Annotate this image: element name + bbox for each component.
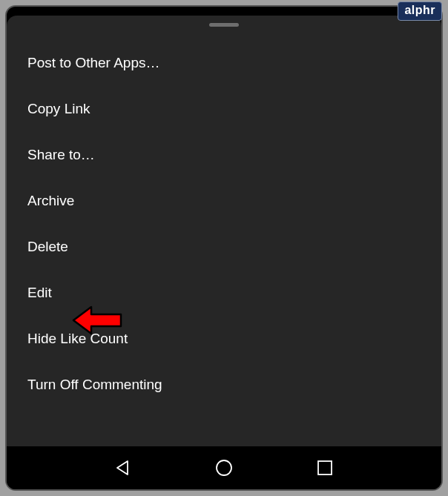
menu-item-turn-off-commenting[interactable]: Turn Off Commenting — [7, 362, 441, 408]
device-frame: Post to Other Apps… Copy Link Share to… … — [5, 5, 443, 491]
svg-point-0 — [217, 460, 231, 475]
nav-back-button[interactable] — [113, 458, 133, 477]
android-nav-bar — [7, 446, 441, 489]
svg-rect-1 — [318, 461, 332, 474]
triangle-back-icon — [114, 459, 132, 477]
menu-item-edit[interactable]: Edit — [7, 270, 441, 316]
menu-item-post-to-other-apps[interactable]: Post to Other Apps… — [7, 40, 441, 86]
menu-item-copy-link[interactable]: Copy Link — [7, 86, 441, 132]
menu-item-hide-like-count[interactable]: Hide Like Count — [7, 316, 441, 362]
menu-item-delete[interactable]: Delete — [7, 224, 441, 270]
options-menu: Post to Other Apps… Copy Link Share to… … — [7, 40, 441, 408]
bottom-sheet: Post to Other Apps… Copy Link Share to… … — [7, 16, 441, 446]
nav-recent-button[interactable] — [315, 458, 335, 477]
menu-item-share-to[interactable]: Share to… — [7, 132, 441, 178]
square-recent-icon — [317, 460, 333, 476]
nav-home-button[interactable] — [214, 458, 234, 477]
circle-home-icon — [214, 458, 234, 477]
menu-item-archive[interactable]: Archive — [7, 178, 441, 224]
sheet-grabber[interactable] — [209, 23, 239, 27]
watermark-badge: alphr — [398, 1, 442, 21]
